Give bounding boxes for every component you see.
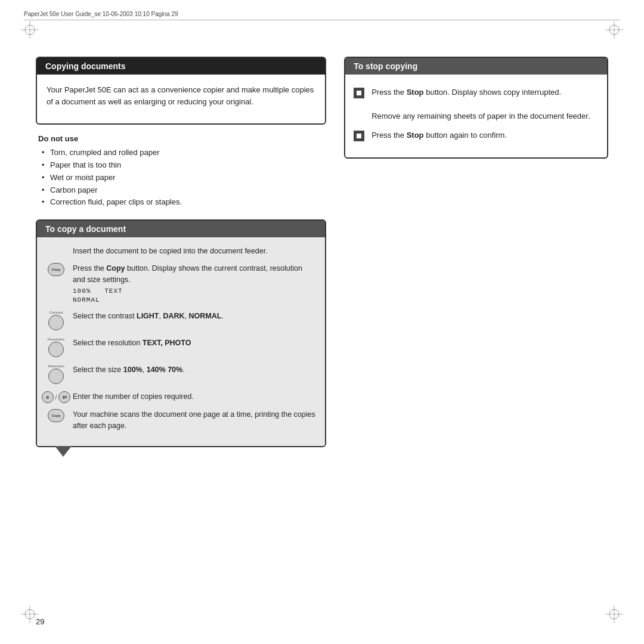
corner-mark-br <box>605 605 623 623</box>
bold-stop-1: Stop <box>407 88 424 97</box>
copying-documents-title: Copying documents <box>37 58 325 75</box>
step-text-3: Select the contrast LIGHT, DARK, NORMAL. <box>73 311 317 322</box>
step-text-2: Press the Copy button. Display shows the… <box>73 263 317 305</box>
step-text-4: Select the resolution TEXT, PHOTO <box>73 338 317 349</box>
resolution-btn-circle <box>48 342 64 357</box>
do-not-use-list: Torn, crumpled and rolled paper Paper th… <box>38 147 324 209</box>
copy-doc-box: To copy a document Insert the document t… <box>36 219 326 447</box>
number-buttons-icon: 0 / 95 <box>45 391 67 403</box>
copying-documents-inner: Your PaperJet 50E can act as a convenien… <box>37 75 325 123</box>
page: PaperJet 50e User Guide_se 10-06-2003 10… <box>0 0 644 644</box>
copy-doc-inner: Insert the document to be copied into th… <box>37 237 325 446</box>
stop-icon-inner-1 <box>357 91 361 95</box>
corner-mark-tl <box>21 21 39 39</box>
right-column: To stop copying Press the Stop button. D… <box>344 57 608 447</box>
copy-step-4: Resolution Select the resolution TEXT, P… <box>45 338 317 358</box>
bold-100: 100% <box>123 366 143 374</box>
copy-step-7: Copy Your machine scans the document one… <box>45 409 317 432</box>
slash-icon: / <box>55 394 57 401</box>
left-column: Copying documents Your PaperJet 50E can … <box>36 57 326 447</box>
copy-btn-circle: Copy <box>48 263 64 276</box>
bold-dark: DARK <box>163 312 184 320</box>
copy-step-2: Copy Press the Copy button. Display show… <box>45 263 317 305</box>
header-text: PaperJet 50e User Guide_se 10-06-2003 10… <box>24 11 620 17</box>
content-columns: Copying documents Your PaperJet 50E can … <box>36 57 608 447</box>
step-text-5: Select the size 100%, 140% 70%. <box>73 364 317 376</box>
stop-text-1: Press the Stop button. Display shows cop… <box>371 86 599 122</box>
bold-light: LIGHT <box>137 312 159 320</box>
resolution-label: Resolution <box>48 338 64 341</box>
display-text: 100% TEXTNORMAL <box>73 287 317 305</box>
contrast-label: Contrast <box>49 311 63 314</box>
copy-btn-circle-2: Copy <box>48 409 64 422</box>
step-text-6: Enter the number of copies required. <box>73 391 317 402</box>
header-bar: PaperJet 50e User Guide_se 10-06-2003 10… <box>24 11 620 20</box>
step-text-7: Your machine scans the document one page… <box>73 409 317 432</box>
list-item: Wet or moist paper <box>42 172 324 184</box>
stop-copy-box: To stop copying Press the Stop button. D… <box>344 57 608 159</box>
copy-step-1: Insert the document to be copied into th… <box>45 246 317 257</box>
bold-140-70: 140% 70% <box>147 366 182 374</box>
copy-step-5: Reduction Select the size 100%, 140% 70%… <box>45 364 317 385</box>
reduction-label: Reduction <box>48 364 64 368</box>
list-item: Carbon paper <box>42 184 324 197</box>
stop-copy-inner: Press the Stop button. Display shows cop… <box>345 75 607 157</box>
copy-button-icon: Copy <box>45 263 67 277</box>
stop-icon-2 <box>354 131 364 141</box>
do-not-use-title: Do not use <box>38 134 324 143</box>
stop-copy-title: To stop copying <box>345 58 607 75</box>
do-not-use-section: Do not use Torn, crumpled and rolled pap… <box>36 134 326 209</box>
copy-doc-pointer <box>55 446 72 457</box>
bold-copy: Copy <box>106 264 125 273</box>
stop-step-1: Press the Stop button. Display shows cop… <box>354 86 599 122</box>
corner-mark-tr <box>605 21 623 39</box>
num-btn-group: 0 / 95 <box>42 391 71 403</box>
bold-text-photo: TEXT, PHOTO <box>143 339 191 347</box>
bold-stop-2: Stop <box>407 131 424 140</box>
contrast-btn-circle <box>48 315 64 330</box>
intro-text: Your PaperJet 50E can act as a convenien… <box>47 84 315 108</box>
stop-text-2: Press the Stop button again to confirm. <box>371 129 599 141</box>
copy-doc-title: To copy a document <box>37 221 325 237</box>
copy-step-6: 0 / 95 Enter the number of copies requir… <box>45 391 317 403</box>
resolution-button-icon: Resolution <box>45 338 67 358</box>
list-item: Correction fluid, paper clips or staples… <box>42 196 324 209</box>
num-btn-9: 95 <box>58 391 70 403</box>
reduction-button-icon: Reduction <box>45 364 67 385</box>
stop-step-2: Press the Stop button again to confirm. <box>354 129 599 141</box>
copy-button-icon-2: Copy <box>45 409 67 423</box>
list-item: Torn, crumpled and rolled paper <box>42 147 324 159</box>
step-text-1: Insert the document to be copied into th… <box>73 246 317 257</box>
reduction-btn-circle <box>48 369 64 384</box>
stop-icon-inner-2 <box>357 134 361 138</box>
page-number: 29 <box>36 617 44 626</box>
copying-documents-section: Copying documents Your PaperJet 50E can … <box>36 57 326 125</box>
list-item: Paper that is too thin <box>42 159 324 172</box>
stop-icon-1 <box>354 88 364 98</box>
bold-normal: NORMAL <box>189 312 222 320</box>
copy-step-3: Contrast Select the contrast LIGHT, DARK… <box>45 311 317 332</box>
num-btn-0: 0 <box>42 391 54 403</box>
contrast-button-icon: Contrast <box>45 311 67 332</box>
